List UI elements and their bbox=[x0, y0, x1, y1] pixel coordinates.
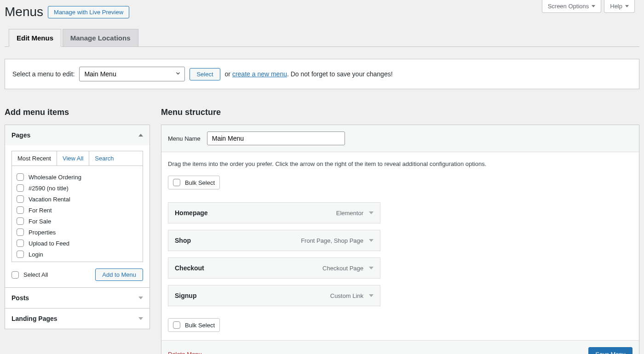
chevron-down-icon bbox=[592, 5, 595, 7]
page-label: Vacation Rental bbox=[29, 196, 70, 203]
tab-edit-menus[interactable]: Edit Menus bbox=[9, 29, 61, 47]
tab-manage-locations[interactable]: Manage Locations bbox=[63, 29, 138, 46]
page-label: Upload to Feed bbox=[29, 240, 69, 247]
live-preview-button[interactable]: Manage with Live Preview bbox=[48, 6, 129, 18]
page-item[interactable]: Login bbox=[17, 249, 138, 260]
chevron-down-icon[interactable] bbox=[369, 294, 374, 297]
menu-item[interactable]: Checkout Checkout Page bbox=[168, 257, 380, 279]
page-item[interactable]: Vacation Rental bbox=[17, 194, 138, 205]
menu-item-type: Checkout Page bbox=[322, 265, 363, 272]
checkbox[interactable] bbox=[173, 321, 180, 329]
select-all-label: Select All bbox=[23, 271, 48, 278]
menu-name-label: Menu Name bbox=[168, 135, 201, 142]
chevron-down-icon[interactable] bbox=[369, 239, 374, 242]
menu-items-list: Homepage Elementor Shop Front Page, Shop… bbox=[168, 202, 380, 306]
page-item[interactable]: Properties bbox=[17, 227, 138, 238]
checkbox[interactable] bbox=[173, 179, 180, 186]
page-label: Login bbox=[29, 251, 43, 258]
chevron-up-icon bbox=[138, 134, 143, 137]
menu-item[interactable]: Homepage Elementor bbox=[168, 202, 380, 223]
menu-description: Drag the items into the order you prefer… bbox=[168, 160, 632, 167]
page-label: For Rent bbox=[29, 207, 52, 214]
page-item[interactable]: Wholesale Ordering bbox=[17, 171, 138, 183]
select-menu-label: Select a menu to edit: bbox=[12, 70, 75, 78]
menu-item-type: Elementor bbox=[336, 210, 363, 217]
page-item[interactable]: #2590 (no title) bbox=[17, 183, 138, 194]
reminder-text: . Do not forget to save your changes! bbox=[287, 70, 393, 78]
checkbox[interactable] bbox=[17, 184, 24, 192]
tab-view-all[interactable]: View All bbox=[57, 151, 89, 166]
menu-item-type: Front Page, Shop Page bbox=[301, 237, 363, 244]
help-button[interactable]: Help bbox=[604, 0, 635, 13]
checkbox[interactable] bbox=[17, 251, 24, 258]
posts-accordion-header[interactable]: Posts bbox=[5, 288, 150, 308]
chevron-down-icon bbox=[138, 317, 143, 320]
menu-select[interactable]: Main Menu bbox=[79, 67, 185, 81]
delete-menu-link[interactable]: Delete Menu bbox=[168, 351, 202, 354]
screen-options-button[interactable]: Screen Options bbox=[542, 0, 602, 13]
menu-footer: Delete Menu Save Menu bbox=[161, 340, 639, 354]
checkbox[interactable] bbox=[17, 240, 24, 247]
menu-item-title: Checkout bbox=[175, 264, 204, 272]
tab-most-recent[interactable]: Most Recent bbox=[12, 151, 57, 166]
menu-item[interactable]: Signup Custom Link bbox=[168, 285, 380, 306]
page-label: #2590 (no title) bbox=[29, 185, 69, 192]
menu-item-title: Homepage bbox=[175, 209, 208, 217]
nav-tabs: Edit Menus Manage Locations bbox=[5, 29, 639, 47]
checkbox[interactable] bbox=[17, 195, 24, 203]
bulk-select-top[interactable]: Bulk Select bbox=[168, 176, 220, 189]
menu-item[interactable]: Shop Front Page, Shop Page bbox=[168, 230, 380, 251]
tab-search[interactable]: Search bbox=[89, 151, 119, 166]
pages-accordion-header[interactable]: Pages bbox=[5, 125, 150, 145]
menu-item-type: Custom Link bbox=[330, 292, 363, 299]
landing-pages-title: Landing Pages bbox=[12, 315, 58, 322]
chevron-down-icon[interactable] bbox=[369, 211, 374, 214]
bulk-select-label: Bulk Select bbox=[185, 179, 215, 186]
chevron-down-icon bbox=[138, 297, 143, 299]
menu-item-title: Signup bbox=[175, 292, 196, 299]
help-label: Help bbox=[610, 3, 622, 10]
page-label: Properties bbox=[29, 229, 56, 236]
page-label: Wholesale Ordering bbox=[29, 174, 81, 181]
page-title: Menus bbox=[5, 5, 43, 19]
checkbox[interactable] bbox=[17, 228, 24, 236]
save-menu-button[interactable]: Save Menu bbox=[588, 347, 632, 354]
page-item[interactable]: For Sale bbox=[17, 216, 138, 227]
menu-structure-heading: Menu structure bbox=[161, 108, 639, 117]
chevron-down-icon bbox=[625, 5, 629, 7]
checkbox[interactable] bbox=[12, 271, 19, 279]
checkbox[interactable] bbox=[17, 217, 24, 225]
checkbox[interactable] bbox=[17, 206, 24, 214]
pages-accordion-body: Most Recent View All Search Wholesale Or… bbox=[5, 145, 150, 287]
chevron-down-icon[interactable] bbox=[369, 267, 374, 269]
checkbox[interactable] bbox=[17, 173, 24, 181]
bulk-select-label: Bulk Select bbox=[185, 322, 215, 329]
pages-list-panel: Wholesale Ordering #2590 (no title) Vaca… bbox=[12, 166, 143, 262]
pages-inner-tabs: Most Recent View All Search bbox=[12, 151, 143, 166]
menu-select-bar: Select a menu to edit: Main Menu Select … bbox=[5, 59, 639, 89]
add-items-accordion: Pages Most Recent View All Search Wholes… bbox=[5, 125, 150, 329]
add-to-menu-button[interactable]: Add to Menu bbox=[95, 268, 143, 281]
menu-editor: Menu Name Drag the items into the order … bbox=[161, 125, 639, 354]
or-text: or bbox=[225, 70, 230, 78]
add-items-heading: Add menu items bbox=[5, 108, 150, 117]
landing-pages-accordion-header[interactable]: Landing Pages bbox=[5, 308, 150, 329]
pages-title: Pages bbox=[12, 131, 30, 139]
screen-options-label: Screen Options bbox=[548, 3, 589, 10]
bulk-select-bottom[interactable]: Bulk Select bbox=[168, 318, 220, 332]
page-item[interactable]: For Rent bbox=[17, 205, 138, 216]
select-button[interactable]: Select bbox=[190, 68, 220, 80]
select-all-row[interactable]: Select All bbox=[12, 269, 48, 280]
posts-title: Posts bbox=[12, 294, 29, 302]
menu-item-title: Shop bbox=[175, 237, 191, 244]
create-menu-link[interactable]: create a new menu bbox=[232, 70, 287, 78]
menu-name-input[interactable] bbox=[207, 131, 345, 145]
page-item[interactable]: Upload to Feed bbox=[17, 238, 138, 249]
menu-name-row: Menu Name bbox=[161, 125, 639, 152]
page-label: For Sale bbox=[29, 218, 51, 225]
